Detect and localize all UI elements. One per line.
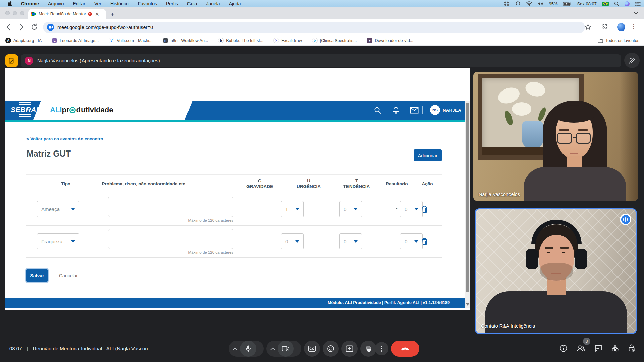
trash-icon[interactable]	[421, 237, 429, 246]
mail-icon[interactable]	[410, 107, 419, 114]
apple-icon[interactable]	[7, 1, 12, 6]
menu-ver[interactable]: Ver	[94, 1, 101, 6]
meeting-info-button[interactable]	[559, 344, 568, 352]
activities-button[interactable]	[611, 344, 619, 352]
reactions-button[interactable]	[323, 341, 339, 357]
mic-icon[interactable]	[240, 341, 256, 357]
tab-close-icon[interactable]: ✕	[95, 12, 99, 17]
bell-icon[interactable]	[392, 106, 400, 114]
window-close-button[interactable]	[5, 11, 10, 15]
all-bookmarks-button[interactable]: Todos os favoritos	[598, 38, 639, 43]
cancel-button[interactable]: Cancelar	[54, 269, 83, 282]
menu-guia[interactable]: Guia	[187, 1, 197, 6]
menu-favoritos[interactable]: Favoritos	[138, 1, 157, 6]
spotlight-icon[interactable]	[614, 1, 619, 6]
ali-produtividade-logo: ALIprdutividade	[50, 106, 113, 114]
scrollbar-thumb[interactable]	[466, 103, 469, 292]
present-button[interactable]	[341, 341, 358, 357]
bookmark-leonardo[interactable]: LLeonardo AI Image...	[52, 38, 99, 43]
more-options-button[interactable]	[375, 342, 388, 355]
trash-icon[interactable]	[421, 205, 429, 214]
participants-button[interactable]	[576, 345, 586, 352]
ring-status-icon[interactable]	[515, 1, 521, 6]
bookmark-vultr[interactable]: VVultr.com - Machi...	[109, 38, 153, 43]
bookmark-downloader[interactable]: ▾Downloader de víd...	[367, 38, 413, 43]
wifi-icon[interactable]	[526, 1, 532, 6]
new-tab-button[interactable]: +	[111, 11, 114, 17]
menubar-clock[interactable]: Sex 08:07	[577, 1, 597, 6]
video-tile-contato[interactable]: Contato R&A Inteligência	[475, 208, 637, 334]
camera-chip-icon[interactable]	[47, 24, 54, 31]
browser-toolbar: meet.google.com/qde-aupq-fwo?authuser=0 …	[0, 19, 644, 36]
dropdown-caret-icon	[71, 240, 75, 243]
battery-percent: 95%	[549, 1, 557, 6]
camera-icon[interactable]	[278, 341, 294, 357]
user-name[interactable]: NARJLA	[443, 108, 461, 113]
menu-editar[interactable]: Editar	[73, 1, 85, 6]
annotation-pen-button[interactable]	[624, 53, 640, 68]
app-status-icon[interactable]	[504, 1, 510, 6]
camera-control[interactable]	[266, 341, 301, 357]
user-avatar[interactable]: NS	[430, 105, 440, 115]
add-button[interactable]: Adicionar	[414, 149, 442, 161]
control-center-icon[interactable]	[635, 2, 641, 6]
volume-icon[interactable]	[538, 1, 543, 6]
participant-name: Contato R&A Inteligência	[481, 323, 535, 329]
menu-janela[interactable]: Janela	[206, 1, 220, 6]
presenter-banner[interactable]: N Narjla Vasconcelos (Apresentando e faz…	[21, 54, 621, 67]
emoji-icon	[327, 345, 334, 352]
extensions-icon[interactable]	[601, 23, 608, 31]
siri-icon[interactable]	[625, 1, 630, 6]
window-minimize-button[interactable]	[13, 11, 17, 15]
problema-textarea[interactable]	[108, 229, 233, 249]
address-bar[interactable]: meet.google.com/qde-aupq-fwo?authuser=0	[43, 22, 585, 33]
video-tile-narjla[interactable]: Narjla Vasconcelos	[473, 72, 638, 201]
tipo-select[interactable]: Ameaça	[37, 201, 79, 217]
host-controls-button[interactable]	[628, 344, 635, 352]
menu-chrome[interactable]: Chrome	[21, 1, 39, 6]
problema-textarea[interactable]	[108, 197, 233, 217]
participant-name: Narjla Vasconcelos	[479, 192, 520, 197]
bookmark-bubble[interactable]: bBubble: The full-st...	[218, 38, 263, 43]
chat-button[interactable]	[594, 344, 602, 352]
menu-arquivo[interactable]: Arquivo	[48, 1, 64, 6]
bookmark-n8n[interactable]: nn8n - Workflow Au...	[163, 38, 208, 43]
profile-avatar[interactable]	[617, 23, 625, 31]
reload-icon[interactable]	[30, 23, 38, 31]
end-call-button[interactable]	[391, 341, 419, 357]
urgencia-select[interactable]: 0	[339, 233, 362, 249]
menu-historico[interactable]: Histórico	[110, 1, 128, 6]
raise-hand-button[interactable]	[360, 341, 376, 357]
annotation-tool-button[interactable]	[5, 54, 18, 67]
activities-icon	[611, 344, 619, 352]
back-link[interactable]: < Voltar para os eventos do encontro	[26, 136, 103, 141]
bookmark-star-icon[interactable]	[584, 23, 592, 31]
tipo-select[interactable]: Fraqueza	[37, 233, 79, 249]
window-zoom-button[interactable]	[20, 11, 24, 15]
scrollbar[interactable]	[465, 101, 470, 308]
search-icon[interactable]	[374, 106, 382, 114]
menu-ajuda[interactable]: Ajuda	[229, 1, 241, 6]
bookmark-excalidraw[interactable]: ✕Excalidraw	[273, 38, 302, 43]
meeting-title: Reunião de Mentoria Individual - ALI (Na…	[33, 346, 152, 351]
brazil-flag-icon[interactable]	[602, 2, 609, 6]
tab-meet[interactable]: Meet: Reunião de Mentori ✕	[28, 9, 106, 19]
scrollbar-down-icon[interactable]	[466, 303, 469, 306]
gravidade-select[interactable]: 1	[281, 201, 304, 217]
captions-button[interactable]	[304, 341, 320, 357]
dropdown-caret-icon	[414, 208, 418, 210]
gravidade-select[interactable]: 0	[281, 233, 304, 249]
back-icon[interactable]	[5, 23, 13, 31]
tab-list-chevron-icon[interactable]	[634, 12, 638, 14]
chrome-menu-icon[interactable]: ⋮	[631, 23, 637, 30]
bookmark-adapta[interactable]: AAdapta.org - IA	[5, 38, 42, 43]
save-button[interactable]: Salvar	[26, 269, 48, 282]
urgencia-select[interactable]: 0	[339, 201, 362, 217]
headphones	[531, 220, 582, 244]
mic-control[interactable]	[229, 341, 264, 357]
menu-perfis[interactable]: Perfis	[166, 1, 178, 6]
url-text[interactable]: meet.google.com/qde-aupq-fwo?authuser=0	[57, 25, 153, 30]
forward-icon[interactable]	[17, 23, 25, 31]
bookmark-clinica[interactable]: ó[Clinica Spectralis...	[312, 38, 357, 43]
table-row: Ameaça Máximo de 120 caracteres 1 0 0 -	[26, 193, 442, 226]
